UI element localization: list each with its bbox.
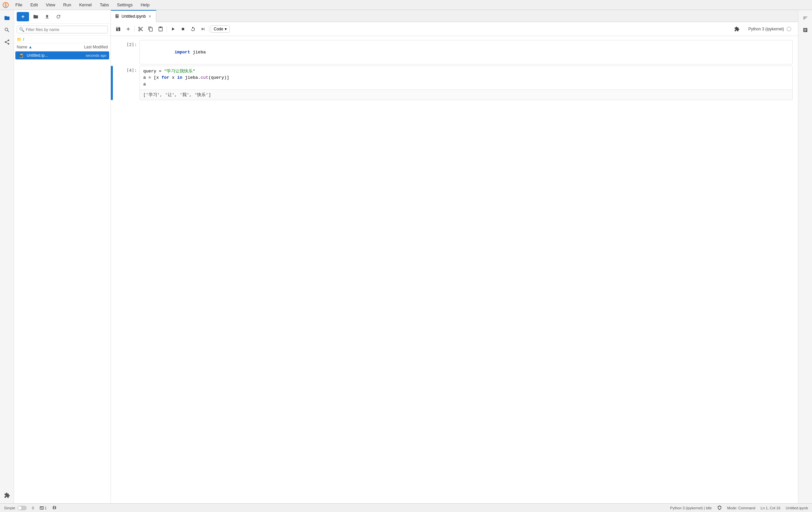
tab-label: Untitled.ipynb: [121, 14, 146, 19]
file-panel-toolbar: +: [14, 10, 111, 24]
extensions-activity-icon[interactable]: [2, 490, 12, 501]
simple-label: Simple: [4, 506, 16, 510]
menu-edit[interactable]: Edit: [29, 2, 39, 8]
copy-cell-button[interactable]: [146, 24, 155, 34]
plain-6: jieba.: [182, 75, 201, 80]
plain-eq: =: [156, 69, 164, 74]
str-value: "学习让我快乐": [164, 69, 195, 74]
file-name: Untitled.ip...: [27, 53, 70, 58]
mode-label: Mode: Command: [727, 506, 755, 510]
cpu-icon: [52, 505, 57, 511]
status-bar: Simple 0 1 Python 3 (ipykernel) | Idle M…: [0, 503, 812, 512]
menu-help[interactable]: Help: [139, 2, 151, 8]
run-cell-button[interactable]: [168, 24, 178, 34]
search-row: 🔍: [14, 24, 111, 36]
simple-mode-toggle[interactable]: Simple: [4, 506, 27, 510]
files-sidebar-icon[interactable]: [2, 13, 12, 23]
kw-for: for: [162, 75, 169, 80]
path-text: /: [23, 37, 24, 42]
property-inspector-icon[interactable]: [800, 13, 811, 23]
cell-1-input: import jieba: [140, 40, 792, 64]
plain-7: (query)]: [208, 75, 229, 80]
terminal-count: 1: [45, 506, 47, 510]
cell-1-prompt: [2]:: [113, 40, 140, 64]
paste-cell-button[interactable]: [156, 24, 165, 34]
toolbar-divider-2: [167, 26, 167, 32]
menu-run[interactable]: Run: [62, 2, 72, 8]
folder-icon-small: 📁: [17, 37, 22, 42]
name-column-header[interactable]: Name ▲: [17, 45, 68, 50]
cell-1: [2]: import jieba: [111, 40, 798, 64]
plain-5: [175, 75, 177, 80]
git-activity-icon[interactable]: [2, 37, 12, 48]
plain-2: = [: [146, 75, 156, 80]
var-a-2: a: [143, 82, 146, 87]
svg-point-3: [8, 43, 9, 45]
file-list-header: Name ▲ Last Modified: [14, 43, 111, 51]
cells-container: [2]: import jieba [4]: query = "学习让我快乐" …: [111, 36, 798, 503]
file-name-status: Untitled.ipynb: [786, 506, 808, 510]
menu-bar: File Edit View Run Kernel Tabs Settings …: [0, 0, 812, 10]
file-item[interactable]: 📓 Untitled.ip... seconds ago: [16, 51, 109, 59]
var-x-2: x: [172, 75, 175, 80]
cell-2-content[interactable]: query = "学习让我快乐" a = [x for x in jieba.c…: [140, 66, 793, 100]
notebook-toolbar: Code ▾ Python 3 (ipykernel): [111, 22, 798, 36]
upload-button[interactable]: [42, 12, 52, 21]
output-text: ['学习', '让', '我', '快乐']: [143, 92, 211, 97]
extensions-button[interactable]: [732, 24, 742, 34]
search-activity-icon[interactable]: [2, 25, 12, 35]
cell-type-dropdown-icon: ▾: [225, 27, 227, 31]
modified-column-header: Last Modified: [68, 45, 108, 50]
plain-text-1: jieba: [190, 50, 206, 55]
menu-settings[interactable]: Settings: [116, 2, 134, 8]
kernel-status-label: Python 3 (ipykernel) | Idle: [670, 506, 712, 510]
tab-close-button[interactable]: ×: [148, 14, 152, 19]
svg-rect-6: [182, 28, 184, 30]
notebook-tab-icon: 📓: [115, 14, 119, 18]
new-launcher-button[interactable]: +: [17, 12, 29, 21]
refresh-button[interactable]: [54, 12, 63, 21]
cell-2: [4]: query = "学习让我快乐" a = [x for x in ji…: [111, 66, 798, 100]
restart-kernel-button[interactable]: [188, 24, 198, 34]
restart-run-all-button[interactable]: [198, 24, 208, 34]
filter-files-input[interactable]: [26, 27, 106, 32]
notebook-file-icon: 📓: [18, 53, 25, 58]
svg-point-1: [8, 40, 9, 41]
cell-type-selector[interactable]: Code ▾: [211, 25, 230, 33]
app-logo: [3, 2, 9, 8]
search-icon: 🔍: [19, 27, 24, 32]
shield-icon: [717, 505, 722, 511]
menu-tabs[interactable]: Tabs: [98, 2, 110, 8]
toolbar-divider-3: [209, 26, 209, 32]
interrupt-kernel-button[interactable]: [178, 24, 187, 34]
builtin-cut: cut: [201, 75, 208, 80]
table-of-contents-icon[interactable]: [800, 25, 811, 35]
menu-kernel[interactable]: Kernel: [78, 2, 93, 8]
add-cell-button[interactable]: [123, 24, 133, 34]
activity-bar: [0, 10, 14, 503]
menu-file[interactable]: File: [14, 2, 24, 8]
svg-line-4: [6, 42, 8, 43]
notebook-tab[interactable]: 📓 Untitled.ipynb ×: [111, 10, 156, 22]
file-browser-panel: + 🔍 📁 / Name ▲: [14, 10, 111, 503]
cell-2-prompt: [4]:: [113, 66, 140, 100]
tab-bar: 📓 Untitled.ipynb ×: [111, 10, 798, 22]
svg-point-0: [3, 2, 8, 8]
keyword-import: import: [175, 50, 190, 55]
file-list: 📓 Untitled.ip... seconds ago: [14, 51, 111, 503]
cursor-label: Ln 1, Col 16: [761, 506, 780, 510]
var-a: a: [143, 75, 146, 80]
cell-1-content[interactable]: import jieba: [140, 40, 793, 64]
toggle-track[interactable]: [17, 506, 27, 510]
notebook-toolbar-right: Python 3 (ipykernel): [732, 24, 795, 34]
toolbar-divider-1: [134, 26, 135, 32]
save-button[interactable]: [114, 24, 123, 34]
kernel-name-label: Python 3 (ipykernel): [748, 27, 784, 31]
right-sidebar: [798, 10, 812, 503]
cut-cell-button[interactable]: [136, 24, 145, 34]
new-folder-button[interactable]: [31, 12, 40, 21]
svg-line-5: [6, 41, 8, 42]
menu-view[interactable]: View: [45, 2, 56, 8]
zero-count: 0: [32, 506, 34, 510]
kernel-info: Python 3 (ipykernel): [744, 27, 795, 31]
